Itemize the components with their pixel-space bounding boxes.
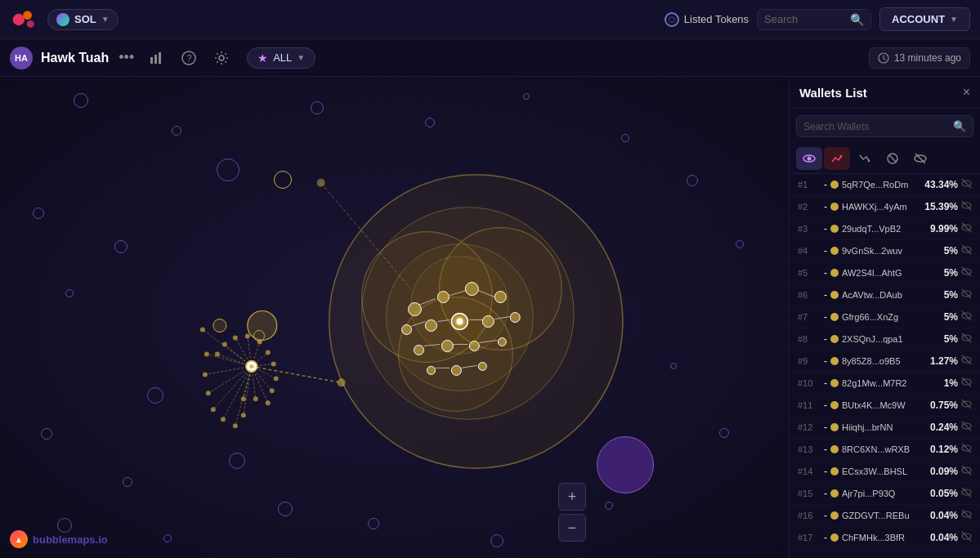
wallet-eye-icon[interactable] — [961, 222, 972, 235]
svg-point-90 — [317, 179, 325, 187]
wallet-list-item[interactable]: #12 - Hiiqhj...brNN 0.24% — [790, 417, 980, 439]
svg-rect-3 — [150, 57, 153, 64]
wallet-eye-icon[interactable] — [961, 443, 972, 456]
account-label: ACCOUNT — [892, 13, 945, 25]
wallet-eye-icon[interactable] — [961, 377, 972, 390]
eye-icon — [803, 152, 816, 165]
wallet-address: BUtx4K...Mc9W — [842, 400, 919, 410]
svg-point-92 — [213, 319, 226, 332]
help-button[interactable]: ? — [177, 46, 201, 70]
watermark-icon: ▲ — [10, 530, 28, 548]
wallet-dot — [830, 401, 839, 409]
wallet-list-item[interactable]: #7 - Gfrg66...XnZg 5% — [790, 306, 980, 328]
wallet-list-item[interactable]: #8 - 2XSQnJ...qpa1 5% — [790, 328, 980, 350]
wallet-dot — [830, 335, 839, 343]
wallet-dot — [830, 269, 839, 277]
watermark-label: bubblemaps.io — [33, 533, 108, 546]
wallet-eye-icon[interactable] — [961, 355, 972, 368]
wallet-list-item[interactable]: #16 - GZDGVT...REBu 0.04% — [790, 505, 980, 527]
time-label: 13 minutes ago — [894, 52, 961, 64]
wallet-address: 2XSQnJ...qpa1 — [842, 334, 919, 344]
wallet-list-item[interactable]: #15 - Ajr7pi...P93Q 0.05% — [790, 483, 980, 505]
eye-slash-icon — [914, 152, 927, 165]
svg-point-8 — [219, 56, 224, 60]
top-navigation: SOL ▼ ⬡ Listed Tokens 🔍 ACCOUNT ▼ — [0, 0, 980, 39]
wallets-search-input[interactable] — [803, 121, 948, 132]
chart-button[interactable] — [144, 46, 168, 70]
wallet-rank: #3 — [798, 224, 821, 234]
wallet-eye-icon[interactable] — [961, 421, 972, 434]
filter-trending-up-button[interactable] — [824, 147, 850, 170]
svg-point-47 — [253, 396, 258, 401]
bubble-map-visualization — [0, 77, 789, 558]
wallet-percentage: 43.34% — [922, 179, 958, 190]
wallet-percentage: 0.05% — [922, 488, 958, 499]
wallet-address: 5qR7Qe...RoDm — [842, 180, 919, 190]
filter-hide-button[interactable] — [907, 147, 933, 170]
close-button[interactable]: × — [963, 85, 970, 100]
svg-line-58 — [252, 366, 342, 382]
wallet-eye-icon[interactable] — [961, 531, 972, 544]
token-bar: HA Hawk Tuah ••• ? ★ ALL ▼ 13 minutes ag… — [0, 39, 980, 77]
wallet-eye-icon[interactable] — [961, 310, 972, 324]
wallet-address: AcAVtw...DAub — [842, 290, 919, 300]
filter-eye-button[interactable] — [796, 147, 822, 170]
wallet-eye-icon[interactable] — [961, 465, 972, 478]
wallet-list-item[interactable]: #4 - 9vGnSk...2wuv 5% — [790, 240, 980, 262]
wallet-eye-icon[interactable] — [961, 333, 972, 346]
wallet-list-item[interactable]: #9 - 8y85Z8...o9B5 1.27% — [790, 350, 980, 373]
wallet-list-item[interactable]: #17 - ChFMHk...3BfR 0.04% — [790, 527, 980, 549]
wallet-eye-icon[interactable] — [961, 200, 972, 213]
wallet-dot — [830, 203, 839, 211]
search-input[interactable] — [764, 13, 845, 25]
wallet-list-item[interactable]: #11 - BUtx4K...Mc9W 0.75% — [790, 395, 980, 417]
filter-flag-button[interactable] — [879, 147, 906, 170]
wallet-address: AW2S4l...AhtG — [842, 268, 919, 278]
wallet-rank: #1 — [798, 180, 821, 190]
wallet-list-item[interactable]: #1 - 5qR7Qe...RoDm 43.34% — [790, 174, 980, 196]
svg-point-72 — [498, 337, 506, 346]
more-options-button[interactable]: ••• — [117, 49, 136, 66]
bubble-map-canvas[interactable]: + − ▲ bubblemaps.io — [0, 77, 789, 558]
svg-point-46 — [241, 396, 246, 401]
wallet-percentage: 9.99% — [922, 223, 958, 234]
wallets-header: Wallets List × — [790, 77, 980, 109]
all-filter-button[interactable]: ★ ALL ▼ — [247, 47, 315, 69]
wallet-list-item[interactable]: #10 - 82g1Mw...M7R2 1% — [790, 373, 980, 395]
wallet-list-item[interactable]: #13 - 8RC6XN...wRXB 0.12% — [790, 439, 980, 461]
wallet-eye-icon[interactable] — [961, 244, 972, 257]
svg-point-49 — [270, 388, 275, 393]
wallet-address: 8y85Z8...o9B5 — [842, 356, 919, 366]
wallet-dot — [830, 291, 839, 299]
sol-network-selector[interactable]: SOL ▼ — [47, 9, 119, 30]
settings-button[interactable] — [209, 46, 234, 70]
wallet-percentage: 5% — [922, 289, 958, 301]
listed-tokens-label: Listed Tokens — [684, 13, 749, 25]
wallet-dot — [830, 181, 839, 189]
filter-trending-down-button[interactable] — [852, 147, 878, 170]
wallet-percentage: 0.75% — [922, 400, 958, 411]
svg-point-75 — [478, 362, 486, 370]
wallet-eye-icon[interactable] — [961, 288, 972, 301]
svg-point-2 — [27, 20, 34, 27]
svg-point-45 — [241, 413, 246, 417]
wallet-eye-icon[interactable] — [961, 399, 972, 412]
wallet-list-item[interactable]: #3 - 29udqT...VpB2 9.99% — [790, 218, 980, 240]
wallet-list-item[interactable]: #6 - AcAVtw...DAub 5% — [790, 284, 980, 306]
wallet-address: Ajr7pi...P93Q — [842, 489, 919, 498]
wallets-title: Wallets List — [799, 86, 867, 100]
wallet-list-item[interactable]: #2 - HAWKXj...4yAm 15.39% — [790, 196, 980, 218]
wallet-eye-icon[interactable] — [961, 266, 972, 279]
wallet-eye-icon[interactable] — [961, 509, 972, 522]
zoom-out-button[interactable]: − — [558, 514, 586, 542]
wallet-list-item[interactable]: #5 - AW2S4l...AhtG 5% — [790, 262, 980, 284]
question-icon: ? — [181, 51, 196, 65]
wallet-eye-icon[interactable] — [961, 487, 972, 500]
account-button[interactable]: ACCOUNT ▼ — [879, 7, 970, 31]
svg-point-0 — [13, 13, 25, 25]
wallet-list-item[interactable]: #14 - ECsx3W...BHSL 0.09% — [790, 461, 980, 483]
zoom-controls: + − — [558, 483, 586, 542]
zoom-in-button[interactable]: + — [558, 483, 586, 511]
listed-tokens-button[interactable]: ⬡ Listed Tokens — [665, 12, 749, 27]
wallet-eye-icon[interactable] — [961, 178, 972, 191]
